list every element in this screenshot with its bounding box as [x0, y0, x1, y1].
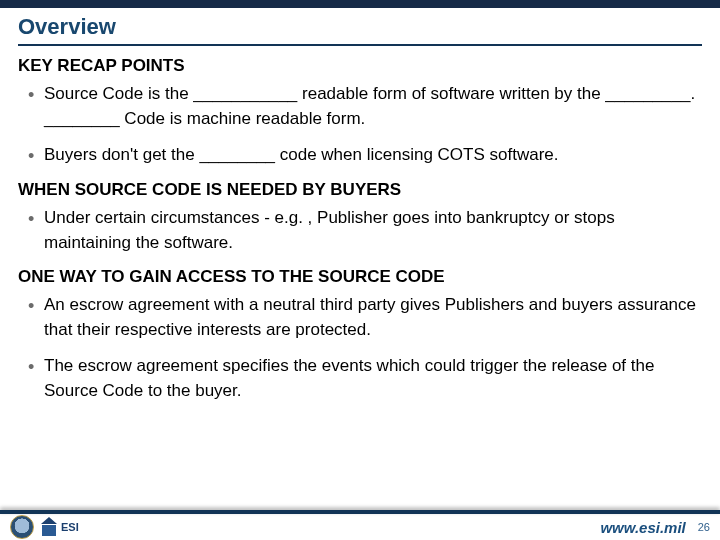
slide-footer: ESI www.esi.mil 26 [0, 510, 720, 540]
slide-top-bar [0, 0, 720, 8]
section-heading-recap: KEY RECAP POINTS [18, 56, 702, 76]
bullet-item: Source Code is the ___________ readable … [44, 82, 702, 131]
bullet-item: The escrow agreement specifies the event… [44, 354, 702, 403]
gain-bullets: An escrow agreement with a neutral third… [18, 293, 702, 404]
footer-bar: ESI www.esi.mil 26 [0, 514, 720, 540]
house-icon [40, 518, 58, 536]
slide-content: Overview KEY RECAP POINTS Source Code is… [0, 8, 720, 404]
slide-title: Overview [18, 14, 702, 46]
footer-url: www.esi.mil [600, 519, 685, 536]
recap-bullets: Source Code is the ___________ readable … [18, 82, 702, 168]
needed-bullets: Under certain circumstances - e.g. , Pub… [18, 206, 702, 255]
esi-logo-text: ESI [61, 523, 79, 532]
footer-right: www.esi.mil 26 [600, 519, 710, 536]
bullet-item: An escrow agreement with a neutral third… [44, 293, 702, 342]
footer-logos: ESI [10, 515, 79, 539]
bullet-item: Under certain circumstances - e.g. , Pub… [44, 206, 702, 255]
dod-seal-icon [10, 515, 34, 539]
bullet-item: Buyers don't get the ________ code when … [44, 143, 702, 168]
section-heading-gain: ONE WAY TO GAIN ACCESS TO THE SOURCE COD… [18, 267, 702, 287]
section-heading-needed: WHEN SOURCE CODE IS NEEDED BY BUYERS [18, 180, 702, 200]
esi-logo-icon: ESI [40, 518, 79, 536]
page-number: 26 [698, 521, 710, 533]
